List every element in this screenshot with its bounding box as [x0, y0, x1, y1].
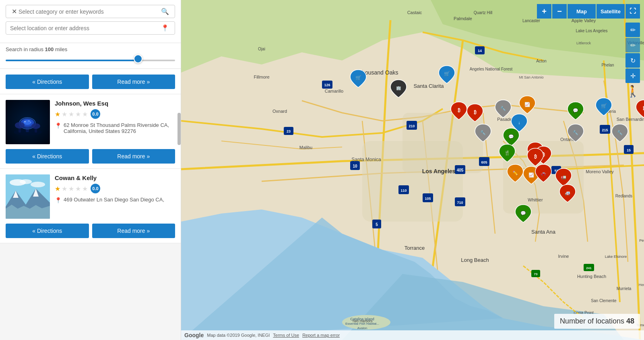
- svg-text:💬: 💬: [508, 134, 514, 139]
- star-4-cowan: ★: [75, 185, 81, 193]
- star-4: ★: [75, 110, 81, 118]
- edit-map-button[interactable]: ✏: [625, 23, 640, 37]
- svg-text:Essential Fish Habitat...: Essential Fish Habitat...: [345, 322, 379, 325]
- svg-text:Avalon: Avalon: [357, 326, 367, 330]
- svg-text:Quartz Hill: Quartz Hill: [474, 10, 493, 15]
- svg-text:🛒: 🛒: [444, 70, 450, 77]
- map-bottom-bar: Google Map data ©2019 Google, INEGI Term…: [181, 330, 644, 340]
- scroll-indicator: [178, 113, 181, 145]
- map-svg: 5 405 10 105 110 710 605 210 215 15 91: [181, 0, 644, 340]
- svg-text:Lancaster: Lancaster: [522, 19, 541, 23]
- left-panel: ✕ 🔍 📍 Search in radius 100 miles « Direc…: [0, 0, 181, 340]
- svg-text:710: 710: [457, 201, 463, 205]
- svg-text:💬: 💬: [573, 108, 578, 113]
- keyword-input[interactable]: [19, 8, 159, 15]
- svg-text:10: 10: [353, 164, 357, 168]
- street-view-button[interactable]: 🚶: [625, 84, 640, 98]
- svg-text:Fillmore: Fillmore: [254, 75, 269, 79]
- svg-text:Santa Monica: Santa Monica: [351, 157, 381, 162]
- svg-text:Los Angeles: Los Angeles: [422, 168, 456, 174]
- svg-text:🚑: 🚑: [565, 190, 570, 196]
- google-logo: Google: [184, 332, 204, 338]
- svg-text:🔧: 🔧: [500, 106, 506, 111]
- svg-text:₿: ₿: [458, 108, 460, 113]
- svg-text:210: 210: [409, 124, 415, 128]
- location-pin-icon[interactable]: 📍: [159, 24, 171, 32]
- read-more-button-johnson[interactable]: Read more »: [92, 149, 175, 164]
- svg-point-8: [15, 122, 25, 129]
- svg-text:🔧: 🔧: [480, 130, 486, 135]
- svg-text:605: 605: [481, 160, 487, 164]
- svg-text:🔧: 🔧: [573, 130, 578, 135]
- star-5: ★: [82, 110, 88, 118]
- listing-thumbnail-cowan: [6, 174, 50, 219]
- keyword-search-icon[interactable]: 🔍: [159, 8, 171, 15]
- svg-text:₿: ₿: [474, 110, 477, 115]
- svg-text:Lake Los Angeles: Lake Los Angeles: [576, 29, 608, 33]
- radius-label: Search in radius 100 miles: [6, 46, 175, 52]
- clear-keyword-button[interactable]: ✕: [10, 8, 19, 15]
- svg-text:🛒: 🛒: [601, 103, 607, 109]
- svg-text:↓: ↓: [518, 120, 520, 125]
- svg-text:Whittier: Whittier: [528, 197, 543, 202]
- zoom-out-button[interactable]: −: [552, 4, 567, 19]
- svg-text:241: 241: [586, 266, 592, 270]
- radius-slider[interactable]: [6, 60, 175, 61]
- svg-text:Hunting Beach: Hunting Beach: [577, 274, 606, 279]
- read-more-button-first[interactable]: Read more »: [92, 75, 175, 89]
- svg-text:✏️: ✏️: [512, 170, 518, 176]
- svg-text:Apple Valley: Apple Valley: [572, 18, 596, 23]
- refresh-button[interactable]: ↻: [625, 53, 640, 68]
- read-more-button-cowan[interactable]: Read more »: [92, 224, 175, 238]
- svg-text:🚗: 🚗: [541, 170, 546, 176]
- svg-text:Castaic: Castaic: [407, 10, 422, 15]
- listing-body-johnson: Johnson, Wes Esq ★ ★ ★ ★ ★ 0.0 📍 62 Monr…: [6, 100, 175, 144]
- rating-badge-johnson: 0.0: [91, 109, 100, 119]
- location-input[interactable]: [10, 25, 159, 31]
- fullscreen-button[interactable]: ⛶: [625, 4, 640, 19]
- svg-point-9: [31, 123, 40, 129]
- svg-text:Phelan: Phelan: [601, 63, 614, 67]
- satellite-view-button[interactable]: Satellite: [597, 4, 625, 19]
- terms-link[interactable]: Terms of Use: [273, 333, 299, 338]
- listing-address-cowan: 📍 469 Outwater Ln San Diego San Diego CA…: [55, 197, 175, 203]
- listing-card-johnson: Johnson, Wes Esq ★ ★ ★ ★ ★ 0.0 📍 62 Monr…: [0, 94, 181, 169]
- locations-count-container: Number of locations 48: [554, 314, 640, 329]
- svg-text:14: 14: [478, 49, 482, 53]
- address-pin-icon-cowan: 📍: [55, 197, 62, 203]
- svg-text:Santa Clarita: Santa Clarita: [413, 83, 444, 89]
- star-1-cowan: ★: [55, 185, 60, 193]
- svg-text:Acton: Acton: [536, 59, 547, 63]
- svg-text:Lake Elsinore: Lake Elsinore: [605, 255, 627, 259]
- listing-info-johnson: Johnson, Wes Esq ★ ★ ★ ★ ★ 0.0 📍 62 Monr…: [55, 100, 175, 134]
- report-link[interactable]: Report a map error: [302, 333, 340, 338]
- svg-text:Redlands: Redlands: [615, 194, 632, 198]
- svg-point-10: [24, 121, 26, 122]
- star-5-cowan: ★: [82, 185, 88, 193]
- zoom-in-button[interactable]: +: [537, 4, 551, 19]
- svg-text:Catalina Island: Catalina Island: [350, 317, 374, 321]
- svg-text:₿: ₿: [534, 154, 537, 160]
- svg-text:215: 215: [602, 128, 608, 132]
- zoom-edit-button[interactable]: ✏: [625, 38, 640, 52]
- keyword-search-box: ✕ 🔍: [6, 5, 175, 18]
- svg-text:Murrieta: Murrieta: [617, 286, 632, 291]
- radius-value: 100: [45, 46, 54, 52]
- listing-actions-cowan: « Directions Read more »: [6, 219, 175, 243]
- svg-text:405: 405: [457, 168, 464, 172]
- map-view-button[interactable]: Map: [568, 4, 596, 19]
- svg-text:🏢: 🏢: [396, 85, 401, 91]
- star-2-cowan: ★: [62, 185, 67, 193]
- directions-button-johnson[interactable]: « Directions: [6, 149, 89, 164]
- map-right-controls: ✏ ✏ ↻ ✛ 🚶: [625, 23, 640, 98]
- directions-button-first[interactable]: « Directions: [6, 75, 89, 89]
- svg-text:Long Beach: Long Beach: [461, 257, 489, 263]
- star-2: ★: [62, 110, 67, 118]
- listing-info-cowan: Cowan & Kelly ★ ★ ★ ★ ★ 0.0 📍 469 Outwat…: [55, 174, 175, 203]
- move-button[interactable]: ✛: [625, 68, 640, 83]
- svg-text:Palmdale: Palmdale: [454, 16, 472, 21]
- svg-text:5: 5: [376, 222, 378, 227]
- radius-slider-container: [6, 56, 175, 64]
- directions-button-cowan[interactable]: « Directions: [6, 224, 89, 238]
- listing-name-johnson: Johnson, Wes Esq: [55, 100, 175, 107]
